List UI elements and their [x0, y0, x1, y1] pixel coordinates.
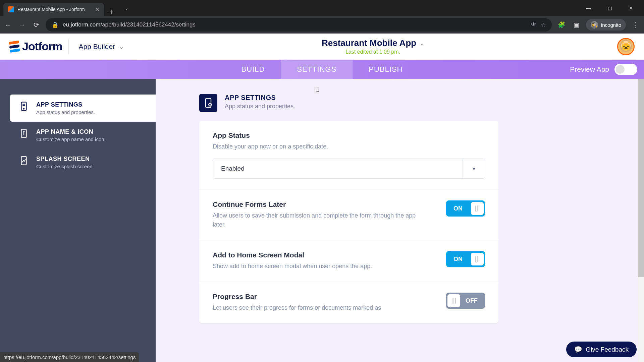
sidebar-item-app-name-icon[interactable]: APP NAME & ICON Customize app name and i…: [0, 122, 156, 149]
back-button[interactable]: ←: [3, 21, 13, 29]
browser-menu-icon[interactable]: ⋮: [631, 21, 641, 28]
give-feedback-button[interactable]: 💬 Give Feedback: [566, 342, 637, 357]
extensions-icon[interactable]: 🧩: [556, 21, 567, 28]
settings-main: APP SETTINGS App status and properties. …: [156, 79, 644, 362]
chat-icon: 💬: [574, 346, 582, 353]
last-edited-label: Last edited at 1:09 pm.: [345, 49, 400, 55]
tabs-nav: BUILD SETTINGS PUBLISH Preview App: [0, 60, 644, 79]
sidebar-item-app-settings[interactable]: APP SETTINGS App status and properties.: [10, 95, 156, 122]
minimize-button[interactable]: —: [578, 1, 598, 15]
sidebar-title: APP SETTINGS: [36, 101, 95, 108]
section-home-screen: Add to Home Screen Modal Show add to hom…: [199, 240, 498, 282]
section-desc: Disable your app now or on a specific da…: [213, 142, 427, 151]
jotform-favicon-icon: [8, 6, 14, 12]
progress-bar-toggle[interactable]: OFF: [446, 293, 485, 309]
preview-group: Preview App: [570, 64, 637, 75]
tab-label: BUILD: [241, 65, 265, 74]
switch-knob: [447, 294, 460, 307]
tab-search-icon[interactable]: ⌄: [119, 5, 135, 11]
tab-build[interactable]: BUILD: [225, 60, 281, 79]
close-tab-icon[interactable]: ✕: [95, 6, 99, 13]
continue-forms-toggle[interactable]: ON: [446, 200, 485, 217]
scrollbar[interactable]: [638, 79, 644, 362]
logo-text: Jotform: [22, 40, 62, 53]
tab-strip: Restaurant Mobile App - Jotform ✕ +: [0, 0, 119, 16]
url-box[interactable]: 🔒 eu.jotform.com/app/build/2314021145624…: [46, 18, 552, 32]
app-title-row[interactable]: Restaurant Mobile App ⌄: [322, 38, 424, 48]
settings-card: App Status Disable your app now or on a …: [199, 121, 498, 323]
tab-title: Restaurant Mobile App - Jotform: [17, 7, 85, 12]
svg-point-1: [23, 108, 24, 109]
feedback-label: Give Feedback: [586, 346, 629, 353]
app-builder-label: App Builder: [79, 43, 115, 51]
browser-titlebar: Restaurant Mobile App - Jotform ✕ + ⌄ — …: [0, 0, 644, 16]
close-window-button[interactable]: ✕: [621, 1, 641, 15]
chevron-down-icon: ⌄: [420, 40, 424, 46]
bookmark-star-icon[interactable]: ☆: [541, 21, 546, 28]
browser-tab[interactable]: Restaurant Mobile App - Jotform ✕: [3, 3, 104, 16]
tab-label: SETTINGS: [297, 65, 336, 74]
home-screen-toggle[interactable]: ON: [446, 251, 485, 267]
avatar-icon: 🐱: [621, 41, 631, 52]
section-title: Continue Forms Later: [213, 200, 427, 208]
forward-button[interactable]: →: [17, 21, 27, 29]
url-text: eu.jotform.com/app/build/231402114562442…: [63, 21, 527, 28]
sidebar-sub: Customize app name and icon.: [36, 136, 106, 142]
preview-label: Preview App: [570, 65, 609, 73]
sidebar-sub: App status and properties.: [36, 109, 95, 115]
chevron-down-icon: ▾: [463, 159, 485, 178]
maximize-button[interactable]: ▢: [600, 1, 620, 15]
incognito-icon: 🕵: [591, 21, 598, 28]
page: Jotform App Builder ⌄ Restaurant Mobile …: [0, 34, 644, 362]
eye-off-icon[interactable]: 👁: [531, 21, 537, 28]
incognito-label: Incognito: [601, 22, 621, 28]
app-title: Restaurant Mobile App: [322, 38, 416, 48]
section-desc: Allow users to save their submission and…: [213, 211, 427, 229]
switch-label: ON: [447, 205, 467, 212]
app-name-icon: [19, 128, 29, 138]
splash-screen-icon: [19, 156, 29, 166]
settings-subheading: App status and properties.: [225, 103, 295, 110]
header-center: Restaurant Mobile App ⌄ Last edited at 1…: [322, 38, 424, 55]
tab-settings[interactable]: SETTINGS: [281, 60, 353, 79]
user-avatar[interactable]: 🐱: [617, 38, 635, 55]
content-area: APP SETTINGS App status and properties. …: [0, 79, 644, 362]
settings-heading: APP SETTINGS: [225, 94, 295, 102]
chevron-down-icon: ⌄: [118, 43, 124, 51]
section-continue-forms: Continue Forms Later Allow users to save…: [199, 190, 498, 240]
tab-label: PUBLISH: [369, 65, 402, 74]
tab-publish[interactable]: PUBLISH: [353, 60, 419, 79]
status-select[interactable]: Enabled ▾: [213, 159, 485, 179]
section-desc: Let users see their progress for forms o…: [213, 303, 381, 312]
section-progress-bar: Progress Bar Let users see their progres…: [199, 282, 498, 323]
lock-icon: 🔒: [52, 21, 59, 28]
divider: [68, 39, 69, 54]
status-bar-url: https://eu.jotform.com/app/build/2314021…: [0, 352, 139, 362]
new-tab-button[interactable]: +: [104, 8, 119, 16]
section-title: App Status: [213, 131, 485, 139]
app-settings-header-icon: [199, 94, 217, 112]
section-desc: Show add to home screen modal when user …: [213, 262, 372, 271]
reload-button[interactable]: ⟳: [32, 21, 41, 29]
settings-header: APP SETTINGS App status and properties.: [156, 94, 644, 121]
incognito-badge[interactable]: 🕵 Incognito: [586, 19, 626, 31]
app-settings-icon: [19, 101, 29, 111]
app-builder-dropdown[interactable]: App Builder ⌄: [75, 40, 129, 53]
app-header: Jotform App Builder ⌄ Restaurant Mobile …: [0, 34, 644, 60]
switch-label: OFF: [462, 297, 484, 304]
preview-toggle[interactable]: [614, 64, 637, 75]
header-left: Jotform App Builder ⌄: [9, 39, 128, 54]
select-value: Enabled: [213, 159, 463, 178]
logo-mark-icon: [9, 41, 20, 53]
sidebar-sub: Customize splash screen.: [36, 164, 94, 169]
section-app-status: App Status Disable your app now or on a …: [199, 121, 498, 190]
sidebar-title: APP NAME & ICON: [36, 128, 106, 135]
sidebar-item-splash-screen[interactable]: SPLASH SCREEN Customize splash screen.: [0, 149, 156, 176]
side-panel-icon[interactable]: ▣: [571, 21, 581, 28]
address-bar: ← → ⟳ 🔒 eu.jotform.com/app/build/2314021…: [0, 16, 644, 34]
sidebar-title: SPLASH SCREEN: [36, 156, 94, 163]
section-title: Add to Home Screen Modal: [213, 251, 372, 259]
switch-label: ON: [447, 256, 467, 263]
jotform-logo[interactable]: Jotform: [9, 40, 62, 53]
window-controls: — ▢ ✕: [578, 1, 644, 15]
